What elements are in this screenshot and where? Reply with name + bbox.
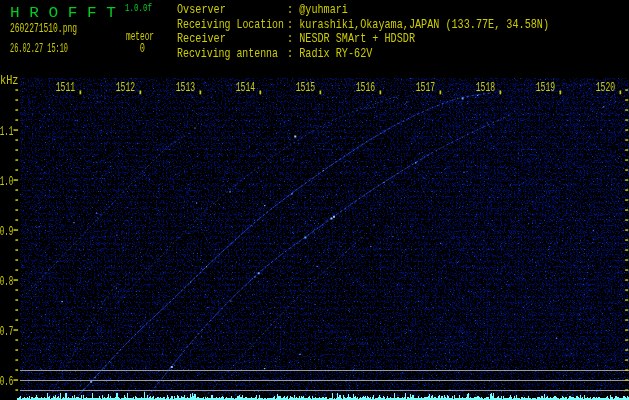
svg-text:2602271510.png: 2602271510.png <box>10 22 77 36</box>
svg-text:26.02.27 15:10: 26.02.27 15:10 <box>10 42 68 56</box>
svg-text:0.8: 0.8 <box>0 275 13 289</box>
svg-text:Ovserver: Ovserver <box>177 3 226 16</box>
svg-text:0.7: 0.7 <box>0 325 13 339</box>
svg-text:1511: 1511 <box>56 81 76 95</box>
svg-text:Receiving Location: Receiving Location <box>177 18 284 31</box>
svg-text:: @yuhmari: : @yuhmari <box>287 3 348 16</box>
svg-text:1520: 1520 <box>596 81 616 95</box>
svg-text:H R O F F T: H R O F F T <box>10 5 116 22</box>
svg-text:1519: 1519 <box>536 81 556 95</box>
svg-text:1.1: 1.1 <box>0 125 13 139</box>
svg-text:: kurashiki,Okayama,JAPAN (133: : kurashiki,Okayama,JAPAN (133.77E, 34.5… <box>287 18 549 31</box>
svg-text:1.0: 1.0 <box>0 175 13 189</box>
svg-text:1512: 1512 <box>116 81 136 95</box>
svg-text:1516: 1516 <box>356 81 376 95</box>
svg-text:0: 0 <box>140 41 145 56</box>
svg-text:0.6: 0.6 <box>0 375 13 389</box>
svg-text:Receiver: Receiver <box>177 32 226 45</box>
svg-text:1.0.0f: 1.0.0f <box>125 2 152 14</box>
svg-text:kHz: kHz <box>0 74 19 88</box>
svg-text:1517: 1517 <box>416 81 436 95</box>
svg-text:: NESDR SMArt + HDSDR: : NESDR SMArt + HDSDR <box>287 32 415 45</box>
svg-text:1515: 1515 <box>296 81 316 95</box>
svg-text:1513: 1513 <box>176 81 196 95</box>
svg-text:0.9: 0.9 <box>0 225 13 239</box>
svg-text:1518: 1518 <box>476 81 496 95</box>
svg-text:1514: 1514 <box>236 81 256 95</box>
svg-text:: Radix RY-62V: : Radix RY-62V <box>287 47 372 60</box>
svg-text:Recviving antenna: Recviving antenna <box>177 47 278 60</box>
